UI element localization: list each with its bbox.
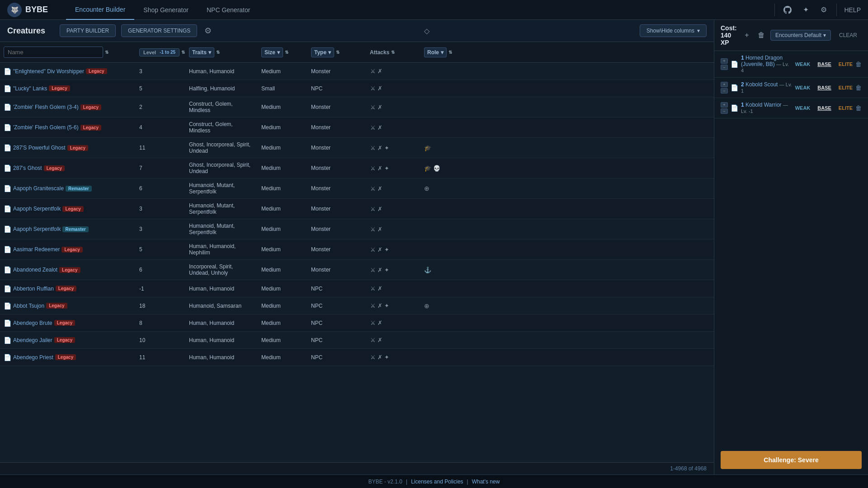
enc-delete-button[interactable]: 🗑 (855, 104, 862, 112)
creature-name-link[interactable]: 'Zombie' Flesh Golem (5-6) (13, 124, 79, 131)
cell-role: ⚓ (420, 266, 475, 274)
creature-name-link[interactable]: Abbot Tsujon (13, 303, 44, 309)
creature-name-link[interactable]: 287's Ghost (13, 165, 42, 171)
table-row: 📄 Aapoph Serpentfolk Legacy 3 Humanoid, … (0, 199, 714, 219)
enc-base-button[interactable]: BASE (817, 61, 831, 67)
cell-name: 📄 287's Ghost Legacy (0, 164, 136, 173)
add-encounter-button[interactable]: + (741, 30, 752, 41)
encounter-cost: Cost: 140 XP (721, 24, 738, 46)
cell-role (420, 106, 475, 108)
cell-role (420, 228, 475, 230)
enc-controls: + − (721, 102, 728, 114)
enc-elite-button[interactable]: ELITE (839, 61, 853, 67)
version-text: BYBE - v2.1.0 (368, 479, 402, 485)
enc-decrement-button[interactable]: − (721, 88, 728, 94)
delete-encounter-button[interactable]: 🗑 (756, 30, 767, 41)
enc-decrement-button[interactable]: − (721, 108, 728, 114)
col-header-attacks[interactable]: Attacks ⇅ (366, 47, 420, 57)
type-dropdown[interactable]: Type ▾ (311, 47, 334, 57)
enc-elite-button[interactable]: ELITE (839, 85, 853, 90)
cell-type: NPC (307, 84, 366, 93)
cell-type: NPC (307, 353, 366, 361)
clear-button[interactable]: CLEAR (835, 30, 862, 40)
enc-name[interactable]: Kobold Scout (745, 81, 778, 88)
nav-npc-generator[interactable]: NPC Generator (198, 0, 259, 20)
enc-base-button[interactable]: BASE (817, 85, 831, 90)
creature-name-link[interactable]: 'Zombie' Flesh Golem (3-4) (13, 104, 79, 110)
enc-base-button[interactable]: BASE (817, 105, 831, 111)
enc-delete-button[interactable]: 🗑 (855, 61, 862, 68)
enc-creature-icon: 📄 (731, 84, 738, 91)
enc-weak-button[interactable]: WEAK (795, 105, 811, 111)
enc-increment-button[interactable]: + (721, 102, 728, 108)
gear-icon[interactable]: ⚙ (818, 5, 829, 15)
settings-icon-toolbar[interactable]: ⚙ (203, 25, 213, 36)
enc-increment-button[interactable]: + (721, 82, 728, 87)
ranged-attack-icon: ✗ (377, 145, 382, 151)
nav-shop-generator[interactable]: Shop Generator (134, 0, 198, 20)
github-icon[interactable] (782, 5, 793, 15)
nav-encounter-builder[interactable]: Encounter Builder (66, 0, 134, 20)
name-search-input[interactable] (4, 47, 103, 58)
help-link[interactable]: HELP (844, 6, 861, 14)
col-header-size[interactable]: Size ▾ ⇅ (258, 46, 307, 59)
enc-delete-button[interactable]: 🗑 (855, 84, 862, 91)
creature-name-link[interactable]: "Enlightened" Div Worshipper (13, 68, 84, 75)
creature-icon: 📄 (4, 124, 11, 131)
cell-role: 🎓💀 (420, 164, 475, 173)
col-header-traits[interactable]: Traits ▾ ⇅ (185, 46, 258, 59)
melee-attack-icon: ⚔ (370, 302, 376, 309)
creature-icon: 📄 (4, 225, 11, 233)
chevron-down-icon: ▾ (328, 49, 331, 56)
creature-name-link[interactable]: Abendego Jailer (13, 337, 52, 343)
cell-traits: Human, Humanoid (185, 353, 258, 361)
creature-icon: 📄 (4, 266, 11, 273)
cell-size: Medium (258, 285, 307, 293)
sort-type-icon: ⇅ (336, 50, 340, 55)
party-builder-button[interactable]: PARTY BUILDER (60, 24, 116, 37)
creature-name-link[interactable]: Abendego Brute (13, 320, 52, 326)
traits-dropdown[interactable]: Traits ▾ (189, 47, 214, 57)
level-filter-chip[interactable]: Level -1 to 25 (139, 48, 179, 56)
whats-new-link[interactable]: What's new (472, 479, 500, 485)
encounters-dropdown[interactable]: Encounters Default ▾ (770, 30, 831, 41)
left-panel: Creatures PARTY BUILDER GENERATOR SETTIN… (0, 20, 714, 474)
ranged-attack-icon: ✗ (377, 206, 382, 212)
creature-name-link[interactable]: Aasimar Redeemer (13, 246, 60, 253)
licenses-link[interactable]: Licenses and Policies (411, 479, 463, 485)
table-row: 📄 Abandoned Zealot Legacy 6 Incorporeal,… (0, 260, 714, 280)
chevron-down-icon: ▾ (441, 49, 443, 56)
cell-traits: Halfling, Humanoid (185, 84, 258, 93)
col-header-level[interactable]: Level -1 to 25 ⇅ (136, 47, 185, 58)
melee-attack-icon: ⚔ (370, 319, 376, 326)
enc-elite-button[interactable]: ELITE (839, 105, 853, 111)
creature-name-link[interactable]: Abendego Priest (13, 354, 53, 361)
role-dropdown[interactable]: Role ▾ (424, 47, 447, 57)
generator-settings-button[interactable]: GENERATOR SETTINGS (121, 24, 197, 37)
ranged-attack-icon: ✗ (377, 337, 382, 343)
size-dropdown[interactable]: Size ▾ (261, 47, 283, 57)
bookmark-icon[interactable]: ◇ (421, 25, 432, 36)
cell-size: Medium (258, 103, 307, 111)
creature-name-link[interactable]: Abberton Ruffian (13, 286, 54, 292)
enc-name[interactable]: Kobold Warrior (745, 102, 782, 108)
col-header-role[interactable]: Role ▾ ⇅ (420, 46, 475, 59)
settings-star-icon[interactable]: ✦ (800, 5, 811, 15)
creature-name-link[interactable]: Aapoph Serpentfolk (13, 226, 61, 232)
enc-weak-button[interactable]: WEAK (795, 61, 811, 67)
ranged-attack-icon: ✗ (377, 302, 382, 309)
challenge-button[interactable]: Challenge: Severe (721, 451, 862, 469)
enc-weak-button[interactable]: WEAK (795, 85, 811, 90)
col-header-name[interactable]: ⇅ (0, 45, 136, 60)
creature-name-link[interactable]: "Lucky" Lanks (13, 85, 47, 92)
show-hide-columns-button[interactable]: Show\Hide columns ▾ (640, 24, 707, 37)
enc-decrement-button[interactable]: − (721, 65, 728, 70)
col-header-type[interactable]: Type ▾ ⇅ (307, 46, 366, 59)
creature-icon: 📄 (4, 103, 11, 111)
cell-name: 📄 Abendego Brute Legacy (0, 319, 136, 328)
enc-increment-button[interactable]: + (721, 58, 728, 64)
creature-name-link[interactable]: Aapoph Granitescale (13, 185, 64, 192)
creature-name-link[interactable]: 287'S Powerful Ghost (13, 145, 66, 151)
creature-name-link[interactable]: Abandoned Zealot (13, 267, 57, 273)
creature-name-link[interactable]: Aapoph Serpentfolk (13, 206, 61, 212)
